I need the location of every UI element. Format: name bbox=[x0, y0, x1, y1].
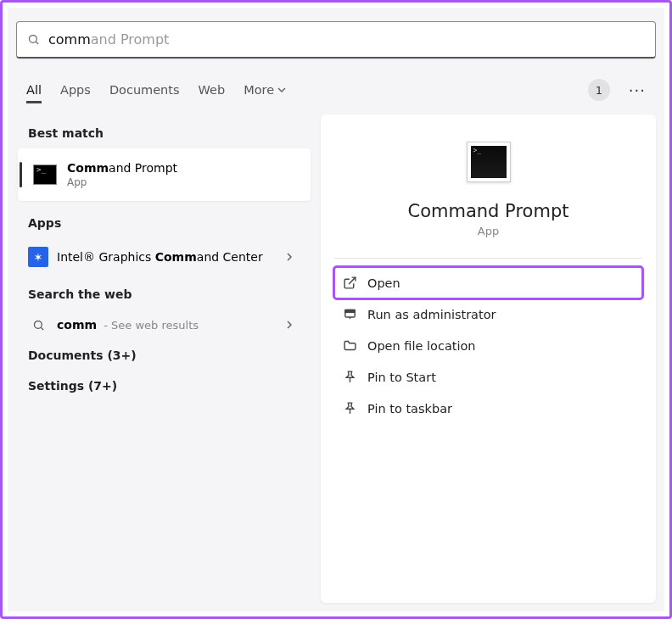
results-column: Best match Command Prompt App Apps ✶ Int… bbox=[16, 114, 311, 603]
svg-rect-5 bbox=[345, 310, 355, 313]
overflow-menu-button[interactable]: ··· bbox=[629, 81, 646, 99]
action-pin-to-start[interactable]: Pin to Start bbox=[334, 361, 642, 393]
notification-badge[interactable]: 1 bbox=[588, 79, 610, 101]
search-text: command Prompt bbox=[48, 31, 645, 47]
tab-web[interactable]: Web bbox=[199, 83, 226, 97]
search-input[interactable]: command Prompt bbox=[16, 21, 656, 59]
divider bbox=[334, 258, 642, 259]
search-bar-container: command Prompt bbox=[8, 8, 664, 64]
tab-more[interactable]: More bbox=[244, 83, 286, 97]
app-result-title: Intel® Graphics Command Center bbox=[57, 250, 263, 264]
action-open-file-location[interactable]: Open file location bbox=[334, 330, 642, 361]
intel-graphics-icon: ✶ bbox=[28, 247, 48, 267]
best-match-result[interactable]: Command Prompt App bbox=[18, 148, 311, 201]
svg-line-1 bbox=[36, 42, 38, 44]
preview-title: Command Prompt bbox=[408, 201, 569, 221]
web-search-result[interactable]: comm - See web results bbox=[16, 310, 311, 340]
settings-category[interactable]: Settings (7+) bbox=[16, 371, 311, 401]
app-result-intel-graphics[interactable]: ✶ Intel® Graphics Command Center bbox=[16, 238, 311, 276]
best-match-subtitle: App bbox=[67, 176, 177, 188]
tab-apps[interactable]: Apps bbox=[60, 83, 91, 97]
best-match-header: Best match bbox=[16, 114, 311, 148]
chevron-down-icon bbox=[277, 86, 286, 94]
chevron-right-icon bbox=[285, 321, 294, 329]
svg-line-3 bbox=[41, 327, 43, 330]
open-icon bbox=[343, 276, 357, 290]
preview-subtitle: App bbox=[478, 225, 499, 237]
action-pin-to-taskbar[interactable]: Pin to taskbar bbox=[334, 393, 642, 424]
action-run-as-admin[interactable]: Run as administrator bbox=[334, 298, 642, 330]
web-result-title: comm - See web results bbox=[57, 318, 199, 332]
pin-icon bbox=[343, 401, 357, 415]
folder-icon bbox=[343, 338, 357, 353]
search-web-header: Search the web bbox=[16, 276, 311, 310]
apps-header: Apps bbox=[16, 204, 311, 238]
pin-icon bbox=[343, 370, 357, 384]
preview-panel: Command Prompt App Open Run as administr… bbox=[321, 114, 656, 603]
tab-documents[interactable]: Documents bbox=[109, 83, 180, 97]
svg-point-0 bbox=[30, 36, 37, 43]
chevron-right-icon bbox=[285, 253, 294, 261]
command-prompt-icon bbox=[33, 165, 57, 185]
svg-point-2 bbox=[34, 321, 42, 328]
documents-category[interactable]: Documents (3+) bbox=[16, 340, 311, 371]
preview-app-icon bbox=[467, 142, 511, 182]
filter-tabs: All Apps Documents Web More 1 ··· bbox=[8, 64, 664, 109]
search-icon bbox=[27, 33, 40, 46]
action-open[interactable]: Open bbox=[334, 267, 642, 298]
search-icon bbox=[32, 319, 45, 332]
best-match-title: Command Prompt bbox=[67, 161, 177, 175]
shield-admin-icon bbox=[343, 307, 357, 321]
tab-all[interactable]: All bbox=[26, 83, 42, 97]
